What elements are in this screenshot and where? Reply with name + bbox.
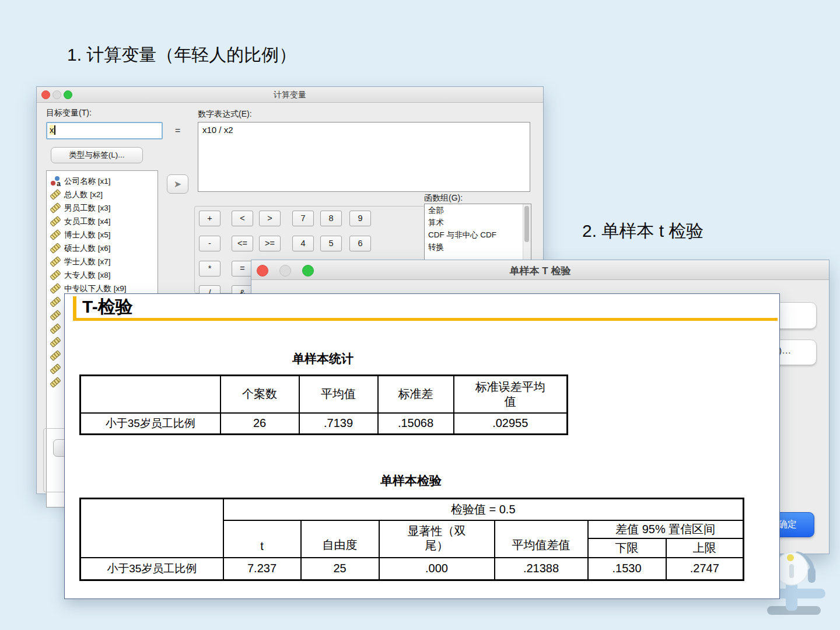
table-cell: 7.237 xyxy=(223,558,301,580)
table-cell: 26 xyxy=(220,413,299,435)
table-cell: 平均值 xyxy=(299,376,378,413)
scale-variable-icon xyxy=(50,189,61,200)
table-cell: 下限 xyxy=(588,538,666,558)
table-cell: 标准误差平均值 xyxy=(454,376,568,413)
keypad-minus-button[interactable]: - xyxy=(199,236,220,251)
variable-item[interactable]: 总人数 [x2] xyxy=(47,188,158,201)
presentation-slide: 1. 计算变量（年轻人的比例） 2. 单样本 t 检验 计算变量 目标变量(T)… xyxy=(0,0,840,630)
selection-highlight-bar xyxy=(73,296,76,321)
transfer-arrow-button[interactable]: ➤ xyxy=(167,174,188,194)
text-caret xyxy=(54,125,55,135)
keypad-lt-button[interactable]: < xyxy=(232,211,253,226)
function-group-item[interactable]: 转换 xyxy=(425,241,531,253)
table-cell: 显著性（双尾） xyxy=(379,520,495,558)
scale-variable-icon xyxy=(50,229,61,240)
scale-variable-icon xyxy=(50,350,61,361)
keypad-8-button[interactable]: 8 xyxy=(320,211,342,226)
scale-variable-icon xyxy=(50,256,61,267)
keypad-9-button[interactable]: 9 xyxy=(349,211,371,226)
variable-item[interactable]: 学士人数 [x7] xyxy=(47,255,158,268)
table-cell: 标准差 xyxy=(378,376,454,413)
table-header-row: 个案数 平均值 标准差 标准误差平均值 xyxy=(80,376,568,413)
table-cell: 差值 95% 置信区间 xyxy=(588,520,744,538)
table-cell: 上限 xyxy=(666,538,744,558)
variable-item[interactable]: 大专人数 [x8] xyxy=(47,268,158,282)
scale-variable-icon xyxy=(50,363,61,374)
nominal-variable-icon xyxy=(50,176,61,186)
output-heading: T-检验 xyxy=(82,295,133,319)
table-cell: 小于35岁员工比例 xyxy=(80,413,220,435)
keypad-multiply-button[interactable]: * xyxy=(199,261,220,276)
table-cell: 平均值差值 xyxy=(495,520,588,558)
table-cell: .000 xyxy=(379,558,495,580)
function-group-list[interactable]: 全部 算术 CDF 与非中心 CDF 转换 xyxy=(424,204,531,264)
table-cell: .2747 xyxy=(666,558,744,580)
numeric-expression-label: 数字表达式(E): xyxy=(198,109,252,120)
scale-variable-icon xyxy=(50,337,61,348)
slide-title-compute-variable: 1. 计算变量（年轻人的比例） xyxy=(67,43,300,66)
scale-variable-icon xyxy=(50,243,61,254)
target-variable-label: 目标变量(T): xyxy=(46,108,92,118)
target-variable-input[interactable]: x xyxy=(46,122,163,139)
keypad-5-button[interactable]: 5 xyxy=(320,236,342,251)
table-cell: .7139 xyxy=(299,413,378,435)
table-cell xyxy=(80,499,223,558)
table-cell: 个案数 xyxy=(220,376,299,413)
window-title: 计算变量 xyxy=(37,90,543,100)
test-table-caption: 单样本检验 xyxy=(79,473,743,489)
table-cell: .21388 xyxy=(495,558,588,580)
function-group-item[interactable]: 算术 xyxy=(425,216,531,229)
function-group-item[interactable]: CDF 与非中心 CDF xyxy=(425,229,531,241)
numeric-expression-textarea[interactable]: x10 / x2 xyxy=(198,122,530,192)
window-title: 单样本 T 检验 xyxy=(251,264,829,278)
keypad-equals-button[interactable]: = xyxy=(232,261,253,276)
keypad-gt-button[interactable]: > xyxy=(259,211,281,226)
compute-dialog-titlebar[interactable]: 计算变量 xyxy=(37,87,543,103)
variable-item[interactable]: 硕士人数 [x6] xyxy=(47,242,158,255)
scale-variable-icon xyxy=(50,270,61,281)
keypad-4-button[interactable]: 4 xyxy=(292,236,314,251)
scrollbar-thumb[interactable] xyxy=(524,206,529,242)
selection-highlight-underline xyxy=(73,318,778,321)
scale-variable-icon xyxy=(50,202,61,214)
stats-table-caption: 单样本统计 xyxy=(79,351,566,367)
variable-item[interactable]: 男员工数 [x3] xyxy=(47,201,158,215)
scale-variable-icon xyxy=(50,296,61,307)
keypad-7-button[interactable]: 7 xyxy=(292,211,314,226)
variable-item[interactable]: 女员工数 [x4] xyxy=(47,215,158,228)
target-variable-value: x xyxy=(50,125,54,135)
table-cell: 检验值 = 0.5 xyxy=(223,499,744,520)
one-sample-statistics-table: 个案数 平均值 标准差 标准误差平均值 小于35岁员工比例 26 .7139 .… xyxy=(79,374,568,435)
table-cell: .02955 xyxy=(454,413,568,435)
table-cell: .1530 xyxy=(588,558,666,580)
output-viewer-panel: T-检验 单样本统计 个案数 平均值 标准差 标准误差平均值 小于35岁员工比例… xyxy=(64,293,780,599)
table-row: 小于35岁员工比例 7.237 25 .000 .21388 .1530 .27… xyxy=(80,558,744,580)
table-cell: 小于35岁员工比例 xyxy=(80,558,223,580)
table-header-row: 检验值 = 0.5 xyxy=(80,499,744,520)
ttest-dialog-titlebar[interactable]: 单样本 T 检验 xyxy=(251,260,829,280)
keypad-ge-button[interactable]: >= xyxy=(259,236,281,251)
keypad-le-button[interactable]: <= xyxy=(232,236,253,251)
table-cell: t xyxy=(223,520,301,558)
scale-variable-icon xyxy=(50,310,61,321)
variable-item[interactable]: 博士人数 [x5] xyxy=(47,228,158,242)
function-group-item[interactable]: 全部 xyxy=(425,204,531,216)
table-cell: 25 xyxy=(301,558,379,580)
scale-variable-icon xyxy=(50,377,61,388)
keypad-plus-button[interactable]: + xyxy=(199,211,220,226)
table-cell: 自由度 xyxy=(301,520,379,558)
function-group-label: 函数组(G): xyxy=(424,193,463,204)
scale-variable-icon xyxy=(50,323,61,334)
table-cell xyxy=(80,376,220,413)
table-cell: .15068 xyxy=(378,413,454,435)
type-and-label-button[interactable]: 类型与标签(L)... xyxy=(51,147,143,163)
equals-sign: = xyxy=(175,125,180,136)
keypad-6-button[interactable]: 6 xyxy=(349,236,371,251)
scale-variable-icon xyxy=(50,216,61,227)
slide-title-one-sample-t: 2. 单样本 t 检验 xyxy=(582,219,704,242)
scale-variable-icon xyxy=(50,283,61,294)
scrollbar[interactable] xyxy=(523,204,531,264)
one-sample-test-table: 检验值 = 0.5 t 自由度 显著性（双尾） 平均值差值 差值 95% 置信区… xyxy=(79,498,744,581)
variable-item[interactable]: 公司名称 [x1] xyxy=(47,174,158,188)
arrow-right-icon: ➤ xyxy=(174,179,181,189)
